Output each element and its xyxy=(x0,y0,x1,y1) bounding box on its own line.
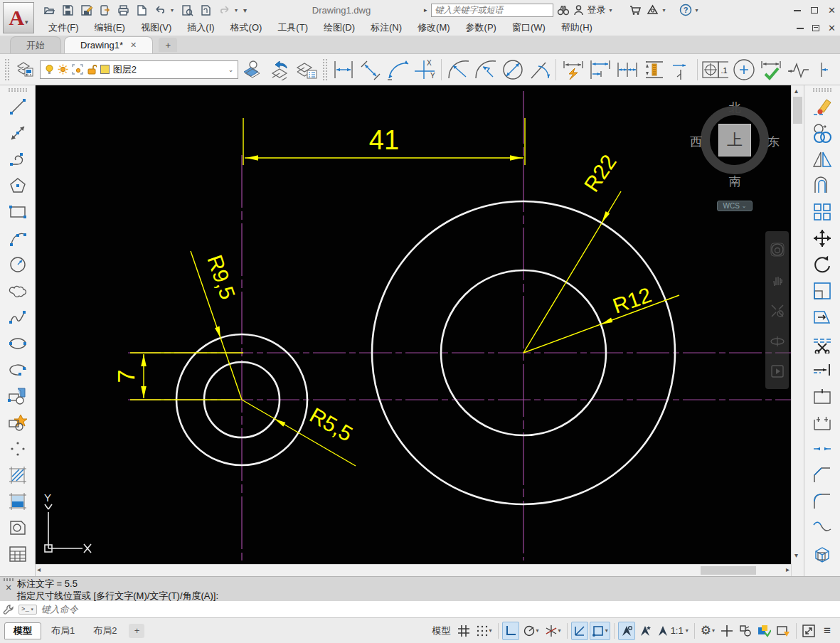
viewcube-top-face[interactable]: 上 xyxy=(718,124,751,156)
zoom-extents-icon[interactable] xyxy=(770,303,785,319)
show-motion-icon[interactable] xyxy=(770,364,785,378)
viewcube-wcs-button[interactable]: WCS ⌄ xyxy=(717,201,753,211)
blend-curves-button[interactable] xyxy=(809,515,835,541)
snap-caret-icon[interactable]: ▾ xyxy=(489,627,492,634)
draw-rectangle-button[interactable] xyxy=(5,199,31,225)
object-snap-tracking-toggle[interactable] xyxy=(571,622,588,640)
redo-caret-icon[interactable]: ▾ xyxy=(235,7,240,14)
create-block-button[interactable] xyxy=(5,410,31,435)
tab-drawing1[interactable]: Drawing1* ✕ xyxy=(64,36,153,53)
move-button[interactable] xyxy=(809,225,835,251)
vertical-scrollbar[interactable]: ▴ ▾ xyxy=(791,85,804,576)
workspace-settings-button[interactable]: ⚙▾ xyxy=(698,622,717,640)
menu-help[interactable]: 帮助(H) xyxy=(554,20,600,36)
quick-dimension-button[interactable] xyxy=(560,56,585,83)
dim-arc-length-button[interactable] xyxy=(385,56,410,83)
scale-button[interactable] xyxy=(809,278,835,304)
draw-polyline-button[interactable] xyxy=(5,147,31,172)
draw-circle-button[interactable] xyxy=(5,252,31,277)
dim-jogged-button[interactable] xyxy=(472,56,498,83)
sign-in-link[interactable]: 登录 xyxy=(588,4,606,16)
clean-screen-button[interactable] xyxy=(800,622,817,640)
draw-point-button[interactable] xyxy=(5,436,31,462)
erase-button[interactable] xyxy=(809,94,835,119)
chamfer-button[interactable] xyxy=(809,462,835,488)
dim-angular-button[interactable] xyxy=(526,56,552,83)
viewcube-south-label[interactable]: 南 xyxy=(689,174,781,190)
close-button[interactable]: ✕ xyxy=(828,6,836,15)
layout-tab-model[interactable]: 模型 xyxy=(4,622,41,639)
customize-qat-button[interactable]: ▾ xyxy=(243,6,249,14)
hardware-acceleration-button[interactable] xyxy=(755,622,773,640)
draw-arc-button[interactable] xyxy=(5,225,31,251)
app-store-cart-icon[interactable] xyxy=(629,4,642,16)
layer-states-button[interactable] xyxy=(294,56,319,83)
layer-combo-chevron-icon[interactable]: ⌄ xyxy=(228,66,234,73)
undo-caret-icon[interactable]: ▾ xyxy=(171,7,176,14)
annotation-autoscale-toggle[interactable] xyxy=(637,622,654,640)
minimize-button[interactable] xyxy=(794,9,801,11)
performance-warning-button[interactable] xyxy=(775,622,792,640)
menu-draw[interactable]: 绘图(D) xyxy=(317,20,362,36)
dim-baseline-button[interactable] xyxy=(587,56,612,83)
tolerance-button[interactable]: .1 xyxy=(701,56,729,83)
snap-toggle[interactable]: ▾ xyxy=(474,622,494,640)
layer-toolbar-grip[interactable] xyxy=(5,59,9,80)
horizontal-scrollbar[interactable]: ◂ ▸ xyxy=(36,564,791,576)
steering-wheel-icon[interactable] xyxy=(770,242,785,257)
draw-line-button[interactable] xyxy=(5,94,31,119)
array-button[interactable] xyxy=(809,199,835,225)
explode-button[interactable] xyxy=(809,541,835,567)
doc-close-button[interactable]: ✕ xyxy=(828,23,836,33)
new-layout-button[interactable]: + xyxy=(129,624,144,638)
insert-block-button[interactable] xyxy=(5,383,31,409)
sign-in-caret-icon[interactable]: ▾ xyxy=(610,7,615,14)
model-space-label[interactable]: 模型 xyxy=(430,625,454,637)
crosshair-size-button[interactable] xyxy=(718,622,735,640)
help-icon[interactable]: ? xyxy=(679,4,692,16)
save-as-button[interactable] xyxy=(78,2,94,18)
ortho-toggle[interactable] xyxy=(502,622,519,640)
menu-view[interactable]: 视图(V) xyxy=(134,20,179,36)
break-button[interactable] xyxy=(809,410,835,435)
scroll-up-arrow-icon[interactable]: ▴ xyxy=(794,87,798,95)
rotate-button[interactable] xyxy=(809,252,835,277)
table-button[interactable] xyxy=(5,541,31,567)
gear-caret-icon[interactable]: ▾ xyxy=(712,627,715,634)
object-snap-toggle[interactable]: ▾ xyxy=(590,622,610,640)
pan-hand-icon[interactable] xyxy=(770,273,785,287)
layer-select-combo[interactable]: 图层2 ⌄ xyxy=(40,60,238,79)
viewcube-east-label[interactable]: 东 xyxy=(767,134,780,150)
model-space-canvas[interactable]: 41 7 R9,5 R5,5 R22 R12 xyxy=(36,85,791,564)
dim-break-button[interactable] xyxy=(668,56,693,83)
cloud-caret-icon[interactable]: ▾ xyxy=(663,7,669,14)
modify-toolbar-grip[interactable] xyxy=(813,88,831,92)
export-button[interactable] xyxy=(97,2,112,18)
dim-linear-button[interactable] xyxy=(331,56,356,83)
search-binoculars-icon[interactable] xyxy=(557,4,570,16)
dim-update-button[interactable] xyxy=(757,56,783,83)
orbit-icon[interactable] xyxy=(770,334,785,349)
annotation-visibility-toggle[interactable] xyxy=(618,622,635,640)
maximize-button[interactable] xyxy=(811,7,818,14)
command-prompt-chip[interactable]: >_ ▾ xyxy=(18,605,37,615)
search-expand-icon[interactable]: ▸ xyxy=(424,6,427,14)
polar-tracking-toggle[interactable]: ▾ xyxy=(521,622,541,640)
dim-continue-button[interactable] xyxy=(614,56,639,83)
layer-previous-button[interactable] xyxy=(267,56,292,83)
plot-button[interactable] xyxy=(115,2,131,18)
command-close-icon[interactable]: ✕ xyxy=(5,583,11,592)
isometric-drafting-toggle[interactable]: ▾ xyxy=(543,622,563,640)
layer-properties-button[interactable] xyxy=(13,56,38,83)
draw-construction-line-button[interactable] xyxy=(5,120,31,146)
command-input[interactable] xyxy=(41,604,840,615)
dim-ordinate-button[interactable]: XY xyxy=(412,56,437,83)
extend-button[interactable] xyxy=(809,357,835,383)
vertical-scroll-thumb[interactable] xyxy=(793,97,802,124)
dim-spacing-button[interactable] xyxy=(641,56,666,83)
draw-spline-button[interactable] xyxy=(5,304,31,330)
menu-modify[interactable]: 修改(M) xyxy=(410,20,457,36)
menu-insert[interactable]: 插入(I) xyxy=(180,20,221,36)
trim-button[interactable] xyxy=(809,331,835,356)
app-menu-button[interactable]: A ▾ xyxy=(3,2,34,33)
